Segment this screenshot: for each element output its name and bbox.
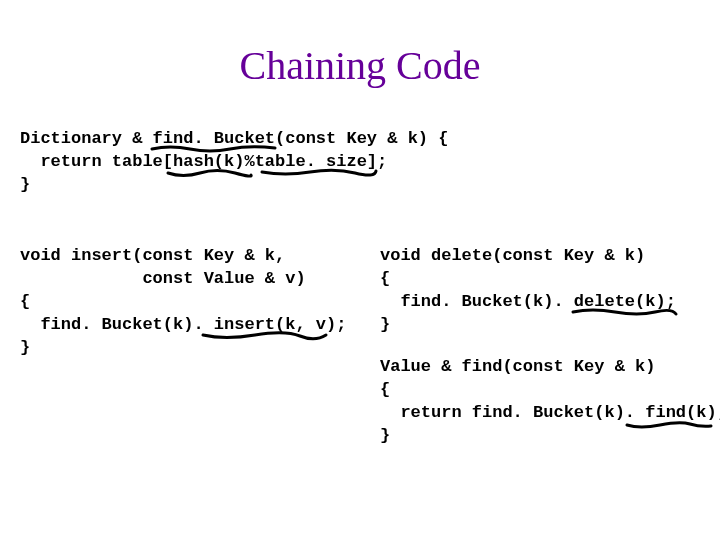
- slide: Chaining Code Dictionary & find. Bucket(…: [0, 0, 720, 540]
- code-findbucket: Dictionary & find. Bucket(const Key & k)…: [20, 128, 448, 197]
- code-find: Value & find(const Key & k) { return fin…: [380, 356, 720, 448]
- code-delete: void delete(const Key & k) { find. Bucke…: [380, 245, 676, 337]
- code-insert: void insert(const Key & k, const Value &…: [20, 245, 346, 360]
- slide-title: Chaining Code: [0, 42, 720, 89]
